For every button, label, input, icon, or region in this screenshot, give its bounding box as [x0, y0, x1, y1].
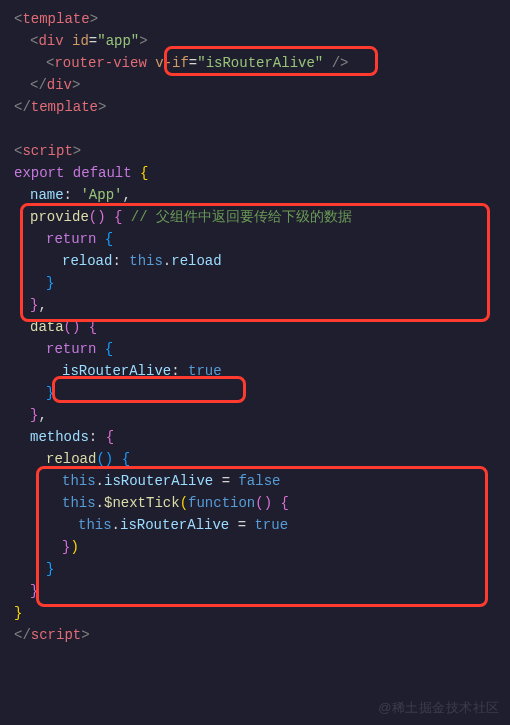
code-line: this.isRouterAlive = false — [14, 470, 510, 492]
tag-div-close: div — [47, 77, 72, 93]
code-line: return { — [14, 228, 510, 250]
method-data: data — [30, 319, 64, 335]
attr-id-val: "app" — [97, 33, 139, 49]
kw-this2: this — [62, 495, 96, 511]
code-line: reload: this.reload — [14, 250, 510, 272]
kw-function: function — [188, 495, 255, 511]
code-line: <router-view v-if="isRouterAlive" /> — [14, 52, 510, 74]
tag-router-view: router-view — [54, 55, 146, 71]
code-line: </div> — [14, 74, 510, 96]
kw-return: return — [46, 231, 96, 247]
kw-this: this — [129, 253, 163, 269]
code-line: } — [14, 558, 510, 580]
prop-name: name — [30, 187, 64, 203]
code-line: name: 'App', — [14, 184, 510, 206]
code-line: data() { — [14, 316, 510, 338]
prop-name-val: 'App' — [80, 187, 122, 203]
attr-vif-val: "isRouterAlive" — [197, 55, 323, 71]
ref-reload: reload — [171, 253, 221, 269]
method-reload: reload — [46, 451, 96, 467]
code-line: </template> — [14, 96, 510, 118]
code-line: export default { — [14, 162, 510, 184]
tag-template-open: template — [22, 11, 89, 27]
kw-this1: this — [62, 473, 96, 489]
code-line: <div id="app"> — [14, 30, 510, 52]
code-line: } — [14, 272, 510, 294]
code-line: return { — [14, 338, 510, 360]
code-line: }, — [14, 294, 510, 316]
code-line: this.isRouterAlive = true — [14, 514, 510, 536]
comment: // 父组件中返回要传给下级的数据 — [131, 209, 352, 225]
code-line: } — [14, 602, 510, 624]
attr-id: id — [72, 33, 89, 49]
kw-return2: return — [46, 341, 96, 357]
code-line: <template> — [14, 8, 510, 30]
code-line: } — [14, 580, 510, 602]
code-line: </script> — [14, 624, 510, 646]
blank-line — [14, 118, 510, 140]
tag-div: div — [38, 33, 63, 49]
ref-nextTick: $nextTick — [104, 495, 180, 511]
code-line: this.$nextTick(function() { — [14, 492, 510, 514]
prop-reload: reload — [62, 253, 112, 269]
tag-script-open: script — [22, 143, 72, 159]
val-true2: true — [254, 517, 288, 533]
prop-isRouterAlive: isRouterAlive — [62, 363, 171, 379]
code-line: <script> — [14, 140, 510, 162]
code-line: methods: { — [14, 426, 510, 448]
code-line: isRouterAlive: true — [14, 360, 510, 382]
code-line: reload() { — [14, 448, 510, 470]
prop-methods: methods — [30, 429, 89, 445]
code-line: provide() { // 父组件中返回要传给下级的数据 — [14, 206, 510, 228]
kw-default: default — [73, 165, 132, 181]
method-provide: provide — [30, 209, 89, 225]
val-true: true — [188, 363, 222, 379]
watermark: @稀土掘金技术社区 — [378, 699, 500, 717]
kw-this3: this — [78, 517, 112, 533]
code-line: } — [14, 382, 510, 404]
code-line: }) — [14, 536, 510, 558]
ref-isRouterAlive2: isRouterAlive — [120, 517, 229, 533]
kw-export: export — [14, 165, 64, 181]
tag-template-close: template — [31, 99, 98, 115]
attr-vif: v-if — [155, 55, 189, 71]
code-editor: <template> <div id="app"> <router-view v… — [0, 0, 510, 725]
ref-isRouterAlive1: isRouterAlive — [104, 473, 213, 489]
tag-script-close: script — [31, 627, 81, 643]
code-line: }, — [14, 404, 510, 426]
val-false: false — [238, 473, 280, 489]
